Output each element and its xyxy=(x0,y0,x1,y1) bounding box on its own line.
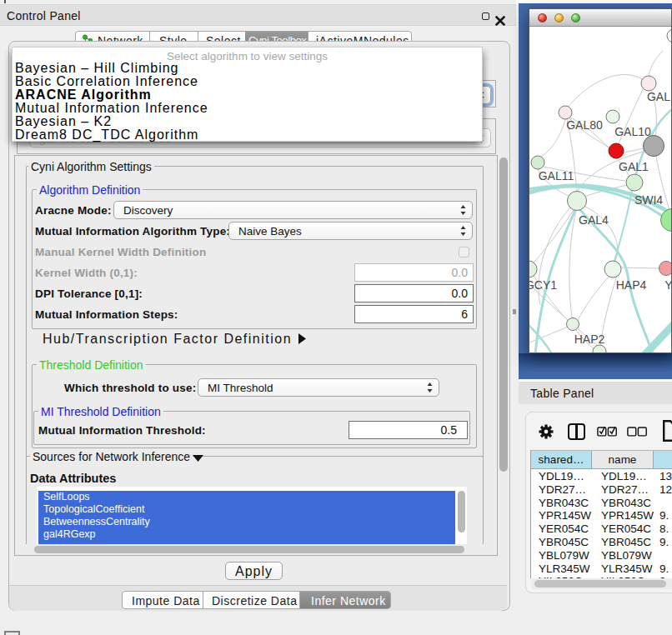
svg-text:SWI4: SWI4 xyxy=(634,193,663,207)
svg-text:GAL10: GAL10 xyxy=(614,125,651,138)
svg-text:HAP2: HAP2 xyxy=(574,332,605,346)
svg-text:HAP4: HAP4 xyxy=(616,278,647,292)
svg-text:GAL1: GAL1 xyxy=(619,160,649,173)
svg-text:GAL11: GAL11 xyxy=(539,169,574,182)
svg-text:Y: Y xyxy=(664,278,671,292)
svg-text:GCY1: GCY1 xyxy=(529,278,557,292)
svg-text:GAL4: GAL4 xyxy=(579,213,609,227)
svg-text:GAL: GAL xyxy=(647,90,670,103)
svg-text:GAL80: GAL80 xyxy=(566,118,603,132)
